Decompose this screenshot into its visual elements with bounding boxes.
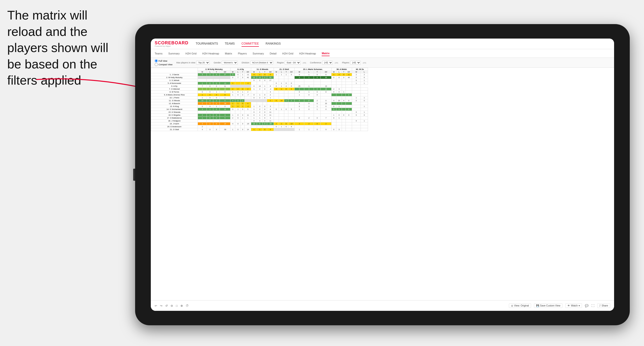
nav-teams[interactable]: TEAMS	[225, 41, 234, 47]
gender-select[interactable]: Women's	[222, 61, 238, 65]
cell: 0	[207, 85, 213, 88]
cell: -11	[220, 82, 230, 85]
cell	[321, 96, 331, 99]
cell	[245, 79, 251, 82]
cell	[321, 120, 331, 122]
col-header-23: 23. L Marie Schumac.	[294, 68, 331, 71]
save-custom-btn[interactable]: 💾 Save Custom View	[534, 303, 562, 308]
cell	[288, 102, 294, 105]
compact-view-label[interactable]: Compact View	[155, 63, 172, 66]
cell: 1	[284, 73, 288, 76]
cell	[288, 111, 294, 114]
cell: 1	[352, 96, 361, 99]
cell: 2	[294, 102, 304, 105]
player-name: 14. S Srichantamit	[151, 108, 198, 111]
sub-nav-detail[interactable]: Detail	[270, 51, 276, 56]
cell: 0	[321, 108, 331, 111]
cell: 24	[321, 88, 331, 91]
compact-view-radio[interactable]	[155, 63, 158, 66]
redo-icon[interactable]: ↪	[160, 304, 162, 308]
zoom-icon[interactable]: ⊖	[170, 304, 173, 308]
sub-nav-matrix1[interactable]: Matrix	[225, 51, 232, 56]
cell	[331, 102, 336, 105]
conference-select[interactable]: (All)	[322, 61, 333, 65]
cell: 1	[240, 99, 244, 102]
col-l-2: L	[235, 71, 241, 73]
cell	[294, 120, 304, 122]
max-players-select[interactable]: Top 25	[196, 61, 210, 65]
zoom-in-icon[interactable]: ⊕	[180, 304, 183, 308]
cell	[346, 91, 352, 93]
cell: 1	[361, 96, 368, 99]
cell: 0	[284, 88, 288, 91]
sub-nav-matrix2[interactable]: Matrix	[322, 51, 329, 56]
cell	[346, 111, 352, 114]
cell	[288, 128, 294, 131]
sub-nav-h2h-grid2[interactable]: H2H Grid	[282, 51, 294, 56]
cell: 0	[274, 125, 279, 128]
nav-committee[interactable]: COMMITTEE	[242, 41, 259, 47]
sub-nav-h2h-heatmap1[interactable]: H2H Heatmap	[202, 51, 219, 56]
players-label: Players	[342, 61, 349, 64]
cell	[331, 85, 336, 88]
full-view-radio[interactable]	[155, 59, 158, 62]
sub-nav-teams[interactable]: Teams	[155, 51, 162, 56]
conference-filter: Conference (All) (All)	[310, 61, 338, 65]
sub-nav-h2h-grid1[interactable]: H2H Grid	[185, 51, 196, 56]
cell: 10	[251, 76, 257, 79]
cell: 2	[257, 88, 263, 91]
cell	[263, 82, 267, 85]
cell: 3	[198, 108, 207, 111]
cell	[352, 91, 361, 93]
max-players-filter: Max players in view Top 25	[176, 61, 210, 65]
sub-nav-h2h-heatmap2[interactable]: H2H Heatmap	[299, 51, 316, 56]
comment-icon[interactable]: 💬	[585, 304, 588, 308]
cell: 14	[257, 85, 263, 88]
cell	[304, 79, 314, 82]
sub-nav-players[interactable]: Players	[238, 51, 247, 56]
cell	[274, 96, 279, 99]
cell: 1	[267, 96, 274, 99]
watch-btn[interactable]: 👁 Watch ▾	[565, 303, 582, 308]
max-players-label: Max players in view	[176, 61, 196, 64]
cell	[274, 117, 279, 120]
share-btn[interactable]: ⤴ Share	[597, 303, 610, 308]
cell: 19	[220, 122, 230, 125]
undo-icon[interactable]: ↩	[155, 304, 157, 308]
cell	[331, 111, 336, 114]
players-select[interactable]: (All)	[350, 61, 361, 65]
cell: 0	[361, 114, 368, 117]
sub-nav-summary1[interactable]: Summary	[168, 51, 180, 56]
nav-tournaments[interactable]: TOURNAMENTS	[196, 41, 218, 47]
cell: 0	[213, 122, 220, 125]
cell	[274, 76, 279, 79]
cell: 27	[220, 73, 230, 76]
zoom-reset-icon[interactable]: □	[176, 304, 178, 308]
cell	[294, 125, 304, 128]
sub-nav-summary2[interactable]: Summary	[253, 51, 264, 56]
cell: 1	[267, 117, 274, 120]
refresh-icon[interactable]: ↺	[165, 304, 168, 308]
cell: 0	[235, 73, 241, 76]
cell	[267, 102, 274, 105]
col-l-4: L	[279, 71, 284, 73]
full-view-label[interactable]: Full View	[155, 59, 172, 62]
cell: 0	[331, 76, 336, 79]
col-header-6: 6. A Dy	[230, 68, 251, 71]
nav-rankings[interactable]: RANKINGS	[266, 41, 281, 47]
cell	[342, 85, 346, 88]
cell: 2	[361, 73, 368, 76]
view-original-btn[interactable]: ◎ View: Original	[509, 303, 531, 308]
cell: 2	[198, 125, 207, 128]
cell	[346, 96, 352, 99]
cell: 1	[342, 91, 346, 93]
region-select[interactable]: East - DII	[285, 61, 301, 65]
division-select[interactable]: NCAA Division II	[250, 61, 273, 65]
timer-icon[interactable]: ⏱	[186, 304, 189, 308]
fullscreen-icon[interactable]: ⛶	[592, 304, 594, 308]
cell: 14	[245, 128, 251, 131]
top-nav-list: TOURNAMENTS TEAMS COMMITTEE RANKINGS	[196, 41, 280, 47]
cell	[342, 79, 346, 82]
cell	[274, 111, 279, 114]
matrix-area[interactable]: 2. M Kelly Mulcahy 6. A Dy 11. G Woods 2…	[151, 68, 614, 300]
